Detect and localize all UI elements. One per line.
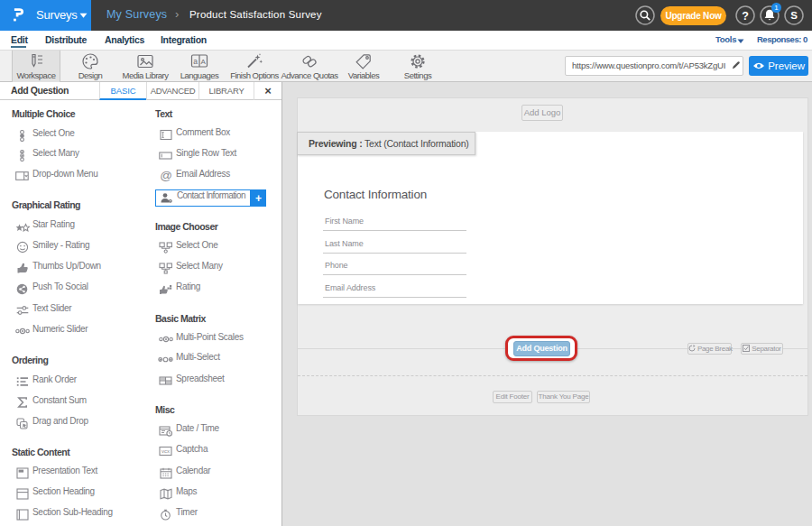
svg-text:?: ?	[742, 10, 749, 23]
svg-text:a: a	[193, 57, 198, 66]
svg-text:S: S	[790, 10, 798, 21]
svg-text:A: A	[201, 58, 207, 66]
svg-text:@: @	[160, 170, 172, 182]
svg-text:vcx: vcx	[161, 448, 170, 454]
